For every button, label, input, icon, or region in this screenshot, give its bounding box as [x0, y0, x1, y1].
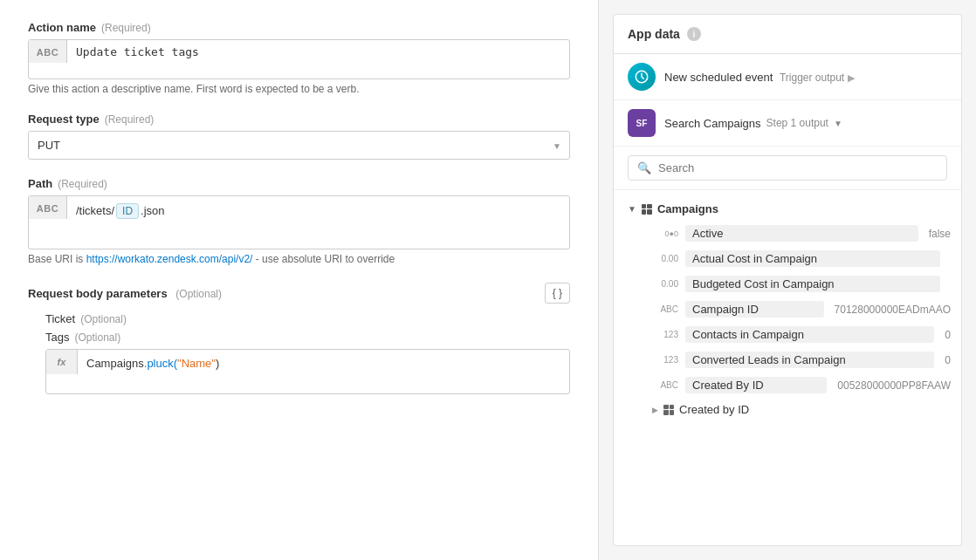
search-input-wrapper: 🔍 — [628, 155, 947, 181]
action-name-hint: Give this action a descriptive name. Fir… — [28, 83, 570, 95]
path-label: Path (Required) — [28, 177, 570, 190]
item-label-created-by: Created By ID — [685, 377, 827, 393]
item-value-leads: 0 — [945, 354, 951, 366]
formula-string: "Name" — [177, 357, 216, 370]
action-name-label: Action name (Required) — [28, 21, 570, 34]
search-icon: 🔍 — [637, 161, 651, 174]
formula-close: ) — [216, 357, 219, 370]
sub-grid-icon — [663, 405, 674, 415]
list-item[interactable]: 0.00 Actual Cost in Campaign — [649, 246, 954, 271]
item-label-actual: Actual Cost in Campaign — [685, 250, 940, 267]
step-text: Search Campaigns Step 1 output ▼ — [664, 117, 947, 130]
action-name-required: (Required) — [101, 22, 151, 34]
trigger-section[interactable]: New scheduled event Trigger output ▶ — [614, 54, 961, 100]
ticket-label: Ticket (Optional) — [45, 312, 570, 325]
item-label-campaign-id: Campaign ID — [685, 301, 824, 318]
item-type-leads: 123 — [652, 355, 678, 365]
item-type-created-by: ABC — [652, 380, 678, 390]
campaigns-section: ▼ Campaigns 0●0 Active false — [614, 197, 961, 421]
path-content: /tickets/ID.json — [67, 196, 569, 249]
tags-group: Tags (Optional) fx Campaigns.pluck("Name… — [45, 331, 570, 394]
path-required: (Required) — [58, 178, 107, 190]
step-name: Search Campaigns — [664, 117, 761, 130]
action-name-input[interactable]: Update ticket tags — [67, 40, 569, 79]
expand-icon: ▼ — [628, 204, 636, 214]
request-body-label: Request body parameters (Optional) — [28, 287, 222, 300]
item-type-campaign-id: ABC — [652, 304, 678, 314]
list-item[interactable]: 0●0 Active false — [649, 221, 954, 246]
item-label-active: Active — [685, 225, 918, 242]
request-body-group: Request body parameters (Optional) { } T… — [28, 283, 570, 394]
campaigns-header[interactable]: ▼ Campaigns — [621, 197, 954, 221]
request-type-group: Request type (Required) PUT GET POST DEL… — [28, 113, 570, 160]
formula-wrapper[interactable]: fx Campaigns.pluck("Name") — [45, 349, 570, 394]
search-box: 🔍 — [614, 147, 961, 190]
ticket-section: Ticket (Optional) Tags (Optional) fx Cam… — [45, 312, 570, 394]
step-dropdown-arrow[interactable]: ▼ — [834, 119, 842, 128]
request-type-label: Request type (Required) — [28, 113, 570, 126]
formula-method: .pluck( — [144, 357, 177, 370]
grid-icon — [642, 204, 652, 215]
tree-items: 0●0 Active false 0.00 Actual Cost in Cam… — [621, 221, 954, 421]
path-group: Path (Required) ABC /tickets/ID.json Bas… — [28, 177, 570, 265]
path-suffix: .json — [141, 204, 164, 217]
list-item[interactable]: ABC Campaign ID 70128000000EADmAAO — [649, 297, 954, 322]
step-output: Step 1 output — [766, 117, 828, 129]
info-icon: i — [687, 27, 701, 41]
base-uri-link[interactable]: https://workato.zendesk.com/api/v2/ — [86, 253, 253, 265]
right-panel-header: App data i — [614, 15, 961, 54]
tags-optional: (Optional) — [74, 331, 120, 344]
campaigns-label: Campaigns — [657, 202, 718, 215]
search-input[interactable] — [658, 161, 938, 174]
path-type-badge: ABC — [29, 196, 67, 219]
item-value-created-by: 00528000000PP8FAAW — [837, 379, 951, 392]
item-label-budgeted: Budgeted Cost in Campaign — [685, 276, 940, 292]
item-label-contacts: Contacts in Campaign — [685, 326, 934, 343]
trigger-arrow: ▶ — [848, 72, 855, 83]
path-pill[interactable]: ID — [116, 203, 139, 219]
request-type-select[interactable]: PUT GET POST DELETE PATCH — [28, 131, 570, 160]
trigger-text: New scheduled event Trigger output ▶ — [664, 71, 947, 84]
formula-campaigns: Campaigns — [86, 357, 144, 370]
request-body-header: Request body parameters (Optional) { } — [28, 283, 570, 304]
request-type-required: (Required) — [105, 113, 155, 126]
sub-section-label: Created by ID — [679, 403, 749, 416]
json-button[interactable]: { } — [545, 283, 570, 304]
request-type-select-wrapper: PUT GET POST DELETE PATCH ▼ — [28, 131, 570, 160]
item-value-contacts: 0 — [945, 329, 951, 341]
item-value-active: false — [929, 228, 951, 240]
trigger-output: Trigger output — [780, 72, 844, 84]
list-item[interactable]: 123 Contacts in Campaign 0 — [649, 322, 954, 347]
sub-expand-icon: ▶ — [652, 406, 658, 414]
step-icon: SF — [628, 109, 656, 137]
item-type-active: 0●0 — [652, 229, 678, 238]
right-panel: App data i New scheduled event Trigger o… — [613, 14, 962, 546]
item-label-leads: Converted Leads in Campaign — [685, 352, 934, 368]
action-name-type-badge: ABC — [29, 40, 67, 63]
formula-badge: fx — [46, 350, 78, 374]
path-input-wrapper[interactable]: ABC /tickets/ID.json — [28, 195, 570, 249]
item-value-campaign-id: 70128000000EADmAAO — [835, 304, 951, 316]
action-name-input-wrapper: ABC Update ticket tags — [28, 39, 570, 79]
request-body-optional: (Optional) — [175, 288, 222, 300]
left-panel: Action name (Required) ABC Update ticket… — [0, 0, 599, 560]
formula-content: Campaigns.pluck("Name") — [78, 350, 569, 393]
tags-label: Tags (Optional) — [45, 331, 570, 344]
base-uri-hint: Base URI is https://workato.zendesk.com/… — [28, 253, 570, 265]
item-type-contacts: 123 — [652, 330, 678, 339]
list-item[interactable]: 123 Converted Leads in Campaign 0 — [649, 347, 954, 372]
app-data-title: App data — [628, 27, 680, 41]
list-item[interactable]: ABC Created By ID 00528000000PP8FAAW — [649, 372, 954, 398]
path-prefix: /tickets/ — [76, 204, 114, 217]
item-type-actual: 0.00 — [652, 254, 678, 263]
data-tree: ▼ Campaigns 0●0 Active false — [614, 190, 961, 545]
trigger-icon — [628, 63, 656, 91]
ticket-optional: (Optional) — [80, 313, 127, 325]
created-by-id-sub-header[interactable]: ▶ Created by ID — [649, 398, 954, 421]
action-name-group: Action name (Required) ABC Update ticket… — [28, 21, 570, 95]
step-section[interactable]: SF Search Campaigns Step 1 output ▼ — [614, 100, 961, 147]
list-item[interactable]: 0.00 Budgeted Cost in Campaign — [649, 271, 954, 297]
trigger-name: New scheduled event — [664, 71, 773, 84]
item-type-budgeted: 0.00 — [652, 279, 678, 289]
